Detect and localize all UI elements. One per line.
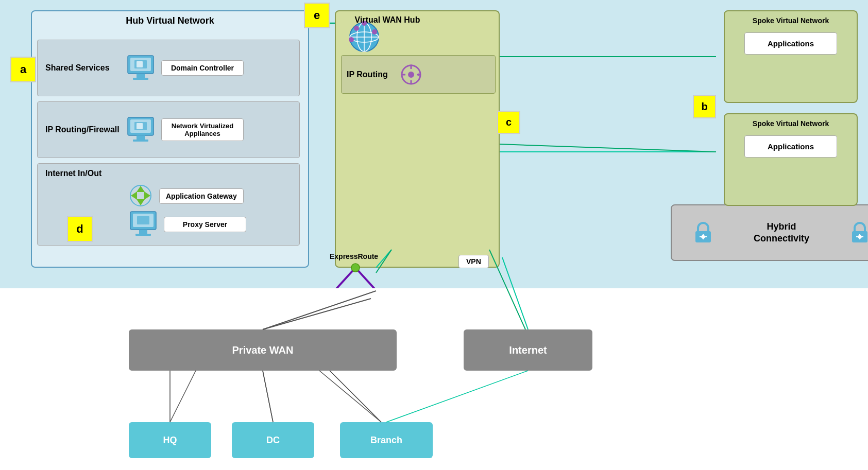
private-wan-label: Private WAN [232,344,294,356]
internet-box: Internet [464,329,592,371]
spoke-vnet-2: Spoke Virtual Network Applications [724,113,858,206]
lock-icon-right [847,220,868,246]
shared-services-label: Shared Services [38,63,120,73]
spoke-vnet-2-title: Spoke Virtual Network [725,114,857,130]
svg-rect-10 [137,74,145,78]
routing-icon [398,62,424,88]
vwan-area: Virtual WAN Hub IP Routing HybridConnect… [335,10,500,268]
svg-point-39 [372,29,377,34]
internet-label: Internet [509,344,547,356]
vpn-box: VPN [458,255,489,268]
badge-e: e [304,3,330,28]
ip-routing-monitor-icon [125,116,156,144]
app-gateway-icon [127,182,155,210]
hub-vnet-title: Hub Virtual Network [126,15,214,26]
svg-marker-25 [144,192,150,200]
ip-routing-firewall-label: IP Routing/Firewall [38,125,120,134]
shared-services-monitor-icon [125,54,156,82]
shared-services-row: Shared Services Domain Controller [37,40,300,96]
svg-rect-11 [133,78,148,80]
spoke-vnet-1: Spoke Virtual Network Applications [724,10,858,103]
svg-marker-22 [137,186,145,192]
badge-a: a [10,57,36,82]
domain-controller-box: Domain Controller [161,60,244,76]
app-gateway-box: Application Gateway [159,188,244,204]
proxy-monitor-icon [128,210,159,238]
svg-rect-20 [137,123,143,129]
spoke-vnet-2-app: Applications [744,135,837,158]
ip-routing-box: IP Routing [341,55,496,94]
svg-point-41 [408,72,414,78]
svg-point-37 [349,37,354,42]
private-wan-box: Private WAN [129,329,397,371]
branch-box: Branch [340,422,433,458]
svg-marker-23 [137,199,145,205]
svg-point-59 [351,264,360,272]
ip-routing-firewall-row: IP Routing/Firewall Network VirtualizedA… [37,101,300,158]
hybrid-connectivity-box: HybridConnectivity [671,204,868,261]
network-virtualized-box: Network VirtualizedAppliances [161,118,244,141]
svg-point-36 [354,26,359,31]
svg-rect-27 [139,230,147,234]
badge-c: c [497,111,520,134]
spoke-vnet-1-app: Applications [744,32,837,55]
svg-rect-30 [137,216,149,224]
svg-marker-24 [131,192,137,200]
expressroute-label: ExpressRoute [330,252,378,260]
internet-inout-label: Internet In/Out [45,169,101,178]
svg-rect-16 [137,135,145,140]
vwan-title: Virtual WAN Hub [336,15,439,25]
ip-routing-label: IP Routing [347,70,388,79]
svg-rect-14 [137,61,143,67]
branch-label: Branch [370,435,402,446]
lock-icon-left [690,220,716,246]
hybrid-connectivity-label: HybridConnectivity [754,221,809,245]
dc-label: DC [266,435,280,446]
proxy-server-box: Proxy Server [164,217,246,232]
dc-box: DC [232,422,314,458]
hq-box: HQ [129,422,211,458]
badge-d: d [67,216,93,242]
badge-b: b [693,95,716,118]
spoke-vnet-1-title: Spoke Virtual Network [725,11,857,27]
svg-rect-28 [135,234,151,236]
svg-rect-17 [133,140,148,142]
hq-label: HQ [163,435,177,446]
